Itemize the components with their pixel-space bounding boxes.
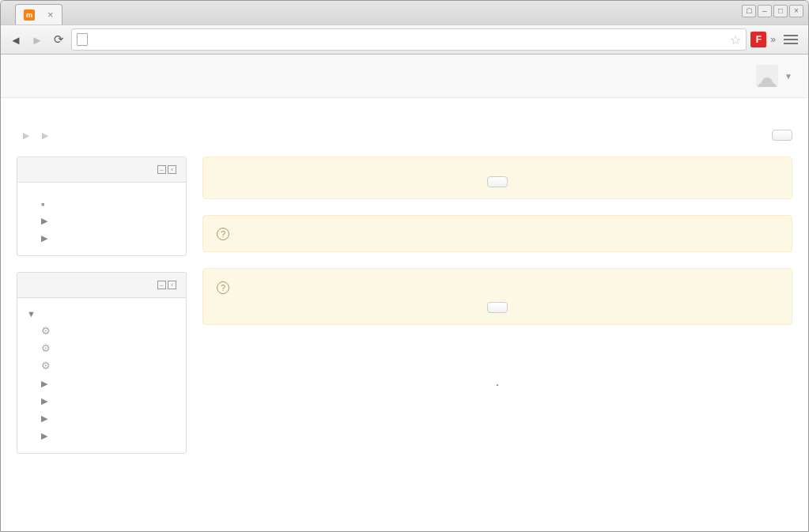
browser-menu-icon[interactable] <box>784 35 798 44</box>
tab-favicon: m <box>24 9 35 21</box>
page-icon <box>77 33 88 46</box>
tab-strip: m × <box>1 1 808 25</box>
gear-icon: ⚙ <box>41 360 54 372</box>
expand-icon[interactable]: ▶ <box>41 379 51 389</box>
gear-icon: ⚙ <box>41 342 54 354</box>
expand-icon[interactable]: ▶ <box>41 431 51 441</box>
expand-icon[interactable]: ▶ <box>41 233 51 243</box>
browser-tab[interactable]: m × <box>15 4 62 25</box>
extensions-overflow-icon[interactable]: » <box>770 34 776 45</box>
block-hide-icon[interactable]: – <box>157 281 166 289</box>
collapse-icon[interactable]: ▼ <box>27 309 36 319</box>
help-icon[interactable]: ? <box>217 228 229 240</box>
reload-icon[interactable]: ⟳ <box>50 31 67 48</box>
avatar[interactable] <box>756 65 778 87</box>
help-icon[interactable]: ? <box>217 281 229 294</box>
flipboard-extension-icon[interactable]: F <box>750 32 766 47</box>
cron-warning-alert: ? <box>202 215 792 252</box>
chevron-right-icon: ▶ <box>42 130 48 141</box>
block-dock-icon[interactable]: ‹ <box>168 281 176 289</box>
administration-block: – ‹ ▼ ⚙ ⚙ ⚙ <box>17 272 187 454</box>
expand-icon[interactable]: ▶ <box>41 396 51 406</box>
window-close-icon[interactable]: × <box>789 5 803 17</box>
blocks-editing-button[interactable] <box>772 130 792 141</box>
close-icon[interactable]: × <box>47 9 54 21</box>
navigation-block: – ‹ ■ ▶ ▶ <box>17 157 187 256</box>
address-bar[interactable]: ☆ <box>71 28 747 51</box>
user-menu-caret-icon[interactable]: ▼ <box>784 72 792 81</box>
site-navbar: ▼ <box>1 55 808 98</box>
breadcrumb: ▶ ▶ <box>17 130 55 141</box>
chevron-right-icon: ▶ <box>23 130 29 141</box>
check-updates-alert <box>202 157 792 199</box>
bookmark-star-icon[interactable]: ☆ <box>730 32 741 47</box>
block-dock-icon[interactable]: ‹ <box>168 165 176 174</box>
check-updates-button[interactable] <box>487 176 508 187</box>
gear-icon: ⚙ <box>41 325 54 337</box>
forward-icon[interactable]: ► <box>28 31 46 48</box>
url-bar: ◄ ► ⟳ ☆ F » <box>1 25 808 55</box>
window-maximize-icon[interactable]: □ <box>773 5 788 17</box>
back-icon[interactable]: ◄ <box>7 31 25 48</box>
bullet-icon: ■ <box>41 202 51 207</box>
expand-icon[interactable]: ▶ <box>41 216 51 226</box>
register-alert: ? <box>202 268 792 324</box>
page-footer: . <box>202 341 792 391</box>
window-minimize-icon[interactable]: – <box>758 5 772 17</box>
block-hide-icon[interactable]: – <box>157 165 166 174</box>
expand-icon[interactable]: ▶ <box>41 413 51 424</box>
register-site-button[interactable] <box>487 302 508 313</box>
window-user-icon[interactable]: ☖ <box>742 5 756 17</box>
